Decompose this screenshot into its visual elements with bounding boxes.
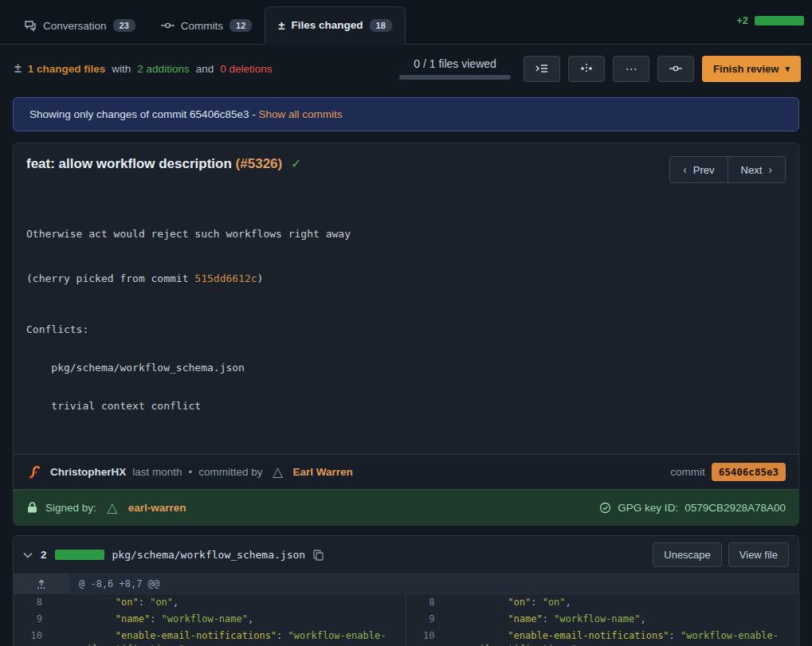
diffstat-bar	[755, 16, 804, 25]
code-token: :	[531, 597, 542, 608]
commit-message-line: (cherry picked from commit 515dd6612c)	[26, 266, 786, 285]
check-icon: ✓	[291, 157, 301, 170]
committed-by-label: committed by	[198, 466, 262, 478]
code-token: "enable-email-notifications"	[116, 630, 277, 641]
file-header: 2 pkg/schema/workflow_schema.json Unesca…	[14, 536, 798, 574]
ellipsis-icon: ⋯	[626, 63, 637, 75]
signer-name-link[interactable]: earl-warren	[128, 502, 186, 514]
author-name-link[interactable]: ChristopherHX	[50, 466, 126, 478]
committer-name-link[interactable]: Earl Warren	[293, 466, 353, 478]
line-number[interactable]: 9	[14, 611, 49, 628]
split-view-button[interactable]	[568, 56, 605, 82]
commit-title: feat: allow workflow description (#5326)…	[26, 156, 301, 172]
changed-files-count: 1 changed files	[28, 63, 106, 75]
file-change-count: 2	[41, 549, 47, 561]
code-token: "on"	[508, 597, 531, 608]
commit-select-button[interactable]	[657, 56, 694, 82]
commit-message: Otherwise act would reject such workflow…	[14, 188, 798, 454]
tab-conversation[interactable]: Conversation 23	[11, 8, 148, 44]
conversation-icon	[24, 19, 37, 32]
code-token: :	[139, 597, 150, 608]
verified-badge-icon	[599, 502, 611, 514]
code-token: "name"	[116, 613, 150, 624]
chevron-down-icon	[23, 552, 33, 558]
finish-review-button[interactable]: Finish review ▾	[702, 56, 801, 82]
signer-avatar[interactable]: △	[104, 499, 121, 516]
tab-files-changed[interactable]: ± Files changed 18	[265, 6, 406, 45]
diff-line-right-8[interactable]: 8 "on": "on",	[406, 594, 799, 611]
line-code: "name": "workflow-name",	[462, 611, 799, 628]
pr-tabbar: Conversation 23 Commits 12 ± Files chang…	[0, 0, 812, 45]
files-viewed: 0 / 1 files viewed	[399, 57, 511, 80]
gpg-key-id: 0579CB2928A78A00	[685, 502, 786, 514]
single-commit-notice: Showing only changes of commit 65406c85e…	[13, 97, 799, 131]
line-number[interactable]: 8	[406, 594, 441, 611]
file-name: pkg/schema/workflow_schema.json	[112, 549, 306, 561]
copy-path-icon[interactable]	[313, 550, 324, 561]
collapse-file-icon[interactable]	[23, 552, 33, 558]
diff-line-left-8[interactable]: 8 "on": "on",	[14, 594, 406, 611]
next-commit-button[interactable]: Next ›	[728, 156, 786, 183]
signed-by-label: Signed by:	[45, 502, 96, 514]
additions-count: 2 additions	[137, 63, 189, 75]
line-number[interactable]: 9	[406, 611, 441, 628]
tab-commits[interactable]: Commits 12	[148, 8, 265, 44]
code-token: "on"	[543, 597, 566, 608]
triangle-avatar-icon: △	[107, 499, 117, 516]
commit-icon	[669, 63, 683, 74]
code-token	[462, 613, 508, 624]
commit-author-row: ChristopherHX last month • committed by …	[14, 454, 798, 489]
line-number[interactable]: 10	[14, 628, 49, 644]
commit-hash-badge[interactable]: 65406c85e3	[712, 463, 786, 481]
tab-commits-label: Commits	[181, 20, 223, 32]
file-tree-icon	[535, 63, 549, 74]
code-token: :	[150, 613, 161, 624]
commit-message-line: Otherwise act would reject such workflow…	[26, 221, 786, 241]
code-token	[69, 630, 116, 641]
finish-review-label: Finish review	[713, 63, 779, 75]
diffstat-additions: +2	[736, 14, 748, 26]
diff-line-left-10[interactable]: 10 "enable-email-notifications": "workfl…	[14, 628, 406, 646]
gpg-key-label: GPG key ID:	[618, 502, 678, 514]
commit-detail-box: feat: allow workflow description (#5326)…	[13, 143, 799, 526]
diff-options-button[interactable]: ⋯	[613, 56, 649, 82]
diff-toolbar: 0 / 1 files viewed ⋯	[399, 56, 801, 82]
chevron-left-icon: ‹	[683, 163, 687, 176]
code-token: "workflow-name"	[162, 613, 248, 624]
line-code: "on": "on",	[69, 594, 406, 611]
unescape-button[interactable]: Unescape	[653, 542, 722, 567]
diff-left-column: 8 "on": "on",9 "name": "workflow-name",1…	[14, 594, 406, 646]
diff-line-left-9[interactable]: 9 "name": "workflow-name",	[14, 611, 406, 628]
line-code: "name": "workflow-name",	[69, 611, 406, 628]
commit-label: commit	[670, 466, 705, 478]
line-number[interactable]: 10	[406, 628, 441, 644]
show-all-commits-link[interactable]: Show all commits	[258, 108, 342, 120]
committer-avatar[interactable]: △	[269, 464, 287, 481]
author-avatar[interactable]	[26, 464, 44, 481]
diff-right-rows: 8 "on": "on",9 "name": "workflow-name",1…	[406, 594, 799, 646]
diff-line-right-9[interactable]: 9 "name": "workflow-name",	[406, 611, 799, 628]
expand-lines-button[interactable]	[14, 574, 69, 593]
tab-files-count: 18	[370, 19, 392, 32]
pr-number-link[interactable]: (#5326)	[236, 156, 283, 171]
files-viewed-progressbar	[399, 75, 511, 80]
stats-text: and	[196, 63, 214, 75]
cherry-pick-hash-link[interactable]: 515dd6612c	[194, 272, 257, 284]
diff-left-rows: 8 "on": "on",9 "name": "workflow-name",1…	[14, 594, 406, 646]
chevron-right-icon: ›	[768, 163, 772, 176]
commit-message-line: pkg/schema/workflow_schema.json	[26, 362, 786, 374]
next-label: Next	[741, 164, 763, 176]
file-tree-button[interactable]	[524, 56, 560, 82]
diff-line-right-10[interactable]: 10 "enable-email-notifications": "workfl…	[406, 628, 799, 646]
copy-icon	[313, 550, 324, 561]
line-code: "on": "on",	[462, 594, 799, 611]
line-number[interactable]: 8	[14, 594, 49, 611]
prev-commit-button[interactable]: ‹ Prev	[669, 156, 728, 183]
code-token: :	[277, 630, 288, 641]
code-token: :	[669, 630, 681, 641]
dot-separator: •	[189, 466, 193, 478]
tab-commits-count: 12	[229, 19, 252, 32]
diff-stats-row: ± 1 changed files with 2 additions and 0…	[0, 45, 812, 92]
prev-label: Prev	[693, 164, 715, 176]
view-file-button[interactable]: View file	[728, 542, 789, 567]
